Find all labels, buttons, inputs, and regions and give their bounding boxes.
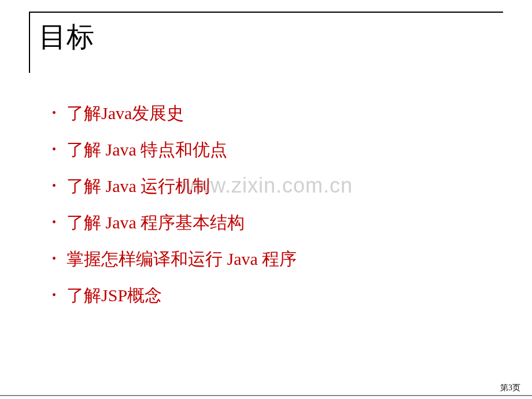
bullet-dot-icon: • [52, 215, 56, 230]
bullet-text: 了解 Java 运行机制 [66, 175, 210, 197]
title-container: 目标 [29, 12, 503, 73]
list-item: • 了解 Java 运行机制 [52, 175, 503, 197]
bullet-text: 了解Java发展史 [66, 102, 184, 124]
bottom-border [0, 395, 532, 396]
bullet-text: 了解JSP概念 [66, 284, 162, 306]
list-item: • 了解 Java 程序基本结构 [52, 211, 503, 234]
slide-container: 目标 www.zixin.com.cn • 了解Java发展史 • 了解 Jav… [0, 0, 532, 399]
list-item: • 掌握怎样编译和运行 Java 程序 [52, 247, 503, 270]
bullet-text: 了解 Java 程序基本结构 [66, 211, 245, 234]
list-item: • 了解 Java 特点和优点 [52, 138, 503, 161]
content-area: • 了解Java发展史 • 了解 Java 特点和优点 • 了解 Java 运行… [29, 102, 503, 306]
bullet-dot-icon: • [52, 105, 56, 120]
page-number: 第3页 [500, 383, 520, 393]
bullet-dot-icon: • [52, 178, 56, 193]
bullet-dot-icon: • [52, 251, 56, 266]
bullet-text: 了解 Java 特点和优点 [66, 138, 227, 161]
list-item: • 了解JSP概念 [52, 284, 503, 306]
bullet-text: 掌握怎样编译和运行 Java 程序 [66, 247, 297, 270]
bullet-dot-icon: • [52, 142, 56, 157]
slide-title: 目标 [39, 19, 503, 56]
list-item: • 了解Java发展史 [52, 102, 503, 124]
bullet-dot-icon: • [52, 287, 56, 302]
